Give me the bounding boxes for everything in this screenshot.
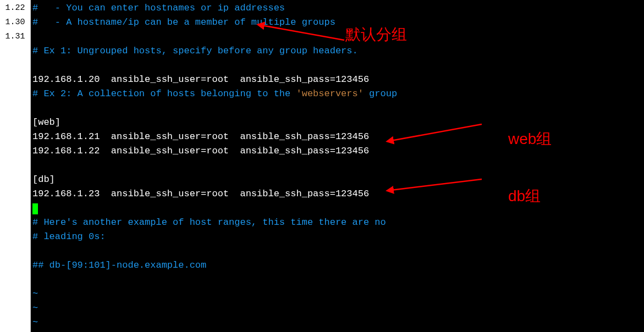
code-line: ## db-[99:101]-node.example.com xyxy=(32,258,642,273)
code-line: 192.168.1.20 ansible_ssh_user=root ansib… xyxy=(32,73,642,87)
line-number: 1.22 xyxy=(0,1,30,15)
code-line: 192.168.1.23 ansible_ssh_user=root ansib… xyxy=(32,187,642,201)
code-line: 192.168.1.21 ansible_ssh_user=root ansib… xyxy=(32,130,642,144)
code-line: [db] xyxy=(32,173,642,187)
code-line xyxy=(32,273,642,287)
line-number: 1.30 xyxy=(0,15,30,30)
code-line: # Here's another example of host ranges,… xyxy=(32,215,642,230)
code-line xyxy=(32,201,642,215)
cursor-icon xyxy=(32,203,38,214)
code-line xyxy=(32,58,642,73)
code-line xyxy=(32,30,642,44)
code-line xyxy=(32,244,642,258)
code-line: # leading 0s: xyxy=(32,230,642,244)
empty-line-marker: ~ xyxy=(32,301,642,316)
code-line: # - You can enter hostnames or ip addres… xyxy=(32,1,642,15)
empty-line-marker: ~ xyxy=(32,287,642,301)
empty-line-marker: ~ xyxy=(32,316,642,330)
code-line xyxy=(32,101,642,115)
code-line: # Ex 1: Ungrouped hosts, specify before … xyxy=(32,44,642,58)
line-number: 1.31 xyxy=(0,30,30,44)
terminal-editor[interactable]: # - You can enter hostnames or ip addres… xyxy=(31,0,644,332)
code-line: # - A hostname/ip can be a member of mul… xyxy=(32,15,642,30)
code-line: [web] xyxy=(32,115,642,130)
code-line: 192.168.1.22 ansible_ssh_user=root ansib… xyxy=(32,144,642,158)
code-line xyxy=(32,158,642,173)
line-number-sidebar: 1.22 1.30 1.31 xyxy=(0,0,31,332)
code-line: # Ex 2: A collection of hosts belonging … xyxy=(32,87,642,101)
